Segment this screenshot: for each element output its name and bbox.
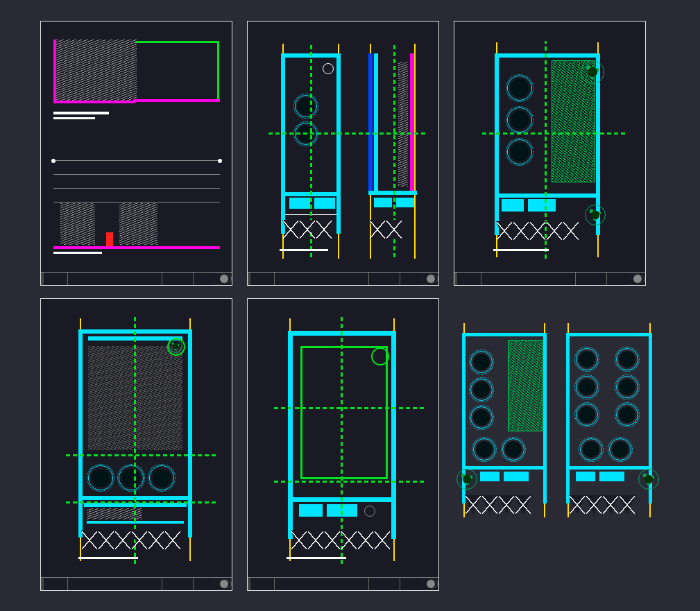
titleblock	[454, 272, 645, 285]
sheet-a5[interactable]	[247, 298, 439, 591]
plan-ground	[495, 53, 600, 235]
titleblock	[41, 272, 232, 285]
option-2	[566, 333, 652, 504]
titleblock	[248, 272, 438, 285]
sheet-a6[interactable]	[458, 318, 659, 540]
plan-right	[368, 53, 417, 234]
sheet-a1[interactable]	[40, 21, 232, 286]
elevation-view	[53, 37, 220, 141]
titleblock	[41, 577, 232, 590]
section-view	[53, 160, 220, 257]
cad-model-space[interactable]	[0, 0, 700, 611]
sheet-a2[interactable]	[247, 21, 439, 286]
sheet-a4[interactable]	[40, 298, 232, 591]
option-1	[462, 333, 547, 504]
sheet-a3[interactable]	[454, 21, 646, 286]
titleblock	[248, 577, 438, 590]
